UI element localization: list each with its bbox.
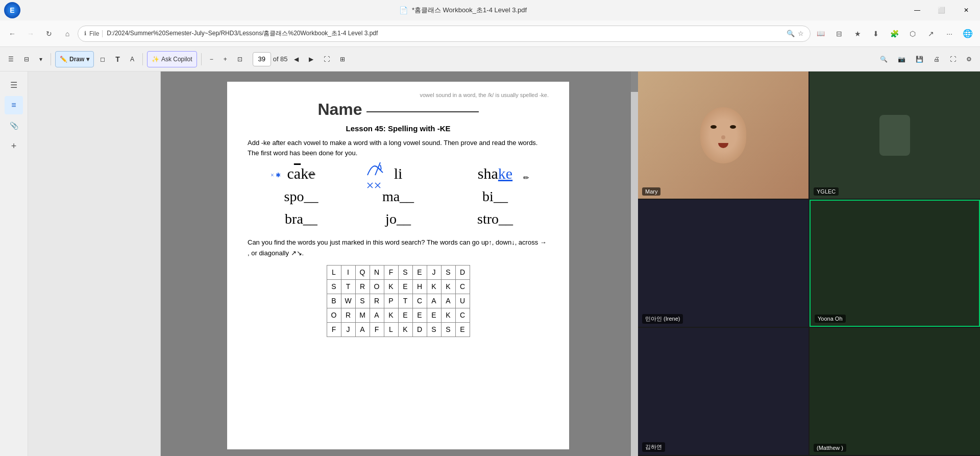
word-stroke-text: stro__ bbox=[477, 211, 513, 227]
word-spoke: spo__ bbox=[253, 188, 350, 205]
wordsearch-cell: C bbox=[455, 308, 470, 322]
wordsearch-cell: S bbox=[441, 322, 455, 337]
refresh-button[interactable]: ↻ bbox=[41, 26, 57, 42]
wordsearch-cell: B bbox=[327, 294, 341, 308]
wordsearch-cell: E bbox=[455, 322, 470, 337]
wordsearch-cell: R bbox=[370, 294, 384, 308]
wordsearch-cell: S bbox=[427, 322, 441, 337]
pdf-page: vowel sound in a word, the /k/ is usuall… bbox=[227, 82, 569, 449]
titlebar-center: 📄 *홈클래스 Workbook_초1-4 Level 3.pdf bbox=[399, 6, 527, 15]
mary-face bbox=[700, 107, 746, 163]
word-brake: bra__ bbox=[253, 211, 350, 227]
wordsearch-cell: C bbox=[412, 294, 427, 308]
info-icon: ℹ bbox=[84, 30, 86, 37]
thumbnails-button[interactable]: ⊟ bbox=[20, 51, 33, 67]
edge-icon[interactable]: 🌐 bbox=[960, 26, 976, 42]
settings-button[interactable]: ⚙ bbox=[962, 51, 976, 67]
video-kimhayeon: 김하연 bbox=[638, 328, 808, 455]
titlebar: E 📄 *홈클래스 Workbook_초1-4 Level 3.pdf — ⬜ … bbox=[0, 0, 980, 20]
toolbar-dropdown-button[interactable]: ▾ bbox=[35, 51, 46, 67]
word-shake-text: shake bbox=[478, 165, 512, 182]
wordsearch-cell: W bbox=[341, 294, 355, 308]
close-button[interactable]: ✕ bbox=[954, 0, 978, 20]
video-panel: Mary YGLEC 민아인 (Irene) Yoona Oh 김하연 (Mat… bbox=[638, 71, 980, 456]
word-joke-text: jo__ bbox=[385, 211, 411, 227]
more-tools-button[interactable]: ⛶ bbox=[946, 51, 960, 67]
share-button[interactable]: ↗ bbox=[923, 26, 939, 42]
minimize-button[interactable]: — bbox=[905, 0, 929, 20]
window-title: *홈클래스 Workbook_초1-4 Level 3.pdf bbox=[412, 6, 527, 15]
video-irene: 민아인 (Irene) bbox=[638, 200, 808, 327]
pdf-toolbar: ☰ ⊟ ▾ ✏️ Draw ▾ ◻ T A ✨ Ask Copilot − + … bbox=[0, 47, 980, 71]
wordsearch-cell: A bbox=[441, 294, 455, 308]
wordsearch-cell: E bbox=[398, 308, 412, 322]
sidebar-toggle-button[interactable]: ⊟ bbox=[831, 26, 847, 42]
scrollbar-thumb[interactable] bbox=[631, 71, 638, 92]
kimhayeon-name-badge: 김하연 bbox=[642, 442, 665, 452]
wordsearch-cell: H bbox=[412, 279, 427, 294]
wordsearch-cell: A bbox=[370, 308, 384, 322]
browser-action-button[interactable]: ⬡ bbox=[904, 26, 921, 42]
forward-button[interactable]: → bbox=[22, 26, 39, 42]
word-shake: shake ✏ bbox=[447, 165, 544, 182]
wordsearch-cell: E bbox=[412, 265, 427, 279]
address-text: D:/2024/Summer%20Semester-July~Sep/RHD3/… bbox=[107, 29, 783, 38]
next-page-button[interactable]: ▶ bbox=[305, 51, 317, 67]
wordsearch-cell: L bbox=[327, 265, 341, 279]
downloads-button[interactable]: ⬇ bbox=[868, 26, 884, 42]
mary-name-badge: Mary bbox=[642, 187, 660, 196]
prev-page-button[interactable]: ◀ bbox=[290, 51, 303, 67]
sidebar-bookmarks-button[interactable]: ≡ bbox=[5, 96, 23, 114]
wordsearch-cell: S bbox=[327, 279, 341, 294]
word-make-text: ma__ bbox=[382, 188, 414, 205]
name-row: Name bbox=[242, 100, 554, 119]
pdf-viewer[interactable]: vowel sound in a word, the /k/ is usuall… bbox=[161, 71, 635, 456]
zoom-in-button[interactable]: + bbox=[219, 51, 231, 67]
word-like: li bbox=[350, 165, 447, 182]
page-navigation: of 85 bbox=[253, 52, 288, 66]
page-number-input[interactable] bbox=[253, 52, 271, 66]
home-button[interactable]: ⌂ bbox=[59, 26, 76, 42]
addressbar: ← → ↻ ⌂ ℹ File D:/2024/Summer%20Semester… bbox=[0, 20, 980, 47]
sidebar-add-button[interactable]: + bbox=[5, 137, 23, 155]
snapshot-button[interactable]: 📷 bbox=[894, 51, 910, 67]
sidebar-left: ☰ ≡ 📎 + bbox=[0, 71, 28, 456]
copilot-button[interactable]: ✨ Ask Copilot bbox=[147, 51, 197, 67]
word-make: ma__ bbox=[350, 188, 447, 205]
words-grid: cake × ✱ li shake bbox=[242, 165, 554, 227]
wordsearch-cell: D bbox=[455, 265, 470, 279]
star-icon[interactable]: ☆ bbox=[798, 30, 804, 37]
erase-button[interactable]: ◻ bbox=[96, 51, 109, 67]
save-button[interactable]: 💾 bbox=[912, 51, 927, 67]
wordsearch-cell: T bbox=[398, 294, 412, 308]
zoom-out-button[interactable]: − bbox=[206, 51, 217, 67]
more-button[interactable]: ··· bbox=[941, 26, 958, 42]
extensions-button[interactable]: 🧩 bbox=[886, 26, 902, 42]
like-handwriting bbox=[365, 160, 396, 190]
text-button[interactable]: T bbox=[111, 51, 124, 67]
maximize-button[interactable]: ⬜ bbox=[930, 0, 953, 20]
draw-tool-button[interactable]: ✏️ Draw ▾ bbox=[55, 51, 94, 67]
spread-button[interactable]: ⊞ bbox=[336, 51, 349, 67]
word-spoke-text: spo__ bbox=[284, 188, 318, 205]
toggle-sidebar-button[interactable]: ☰ bbox=[4, 51, 18, 67]
word-bike: bi__ bbox=[447, 188, 544, 205]
sidebar-attachments-button[interactable]: 📎 bbox=[5, 116, 23, 135]
sidebar-thumbnails-button[interactable]: ☰ bbox=[5, 76, 23, 94]
favorites-button[interactable]: ★ bbox=[849, 26, 866, 42]
highlight-button[interactable]: A bbox=[126, 51, 138, 67]
wordsearch-cell: F bbox=[327, 322, 341, 337]
print-button[interactable]: 🖨 bbox=[929, 51, 944, 67]
pdf-icon: 📄 bbox=[399, 6, 408, 14]
reader-mode-button[interactable]: 📖 bbox=[813, 26, 829, 42]
back-button[interactable]: ← bbox=[4, 26, 20, 42]
pdf-scrollbar[interactable] bbox=[631, 71, 638, 456]
pencil-icon: ✏ bbox=[523, 172, 533, 182]
full-screen-button[interactable]: ⛶ bbox=[320, 51, 334, 67]
pdf-top-faint-text: vowel sound in a word, the /k/ is usuall… bbox=[242, 92, 554, 98]
fit-page-button[interactable]: ⊡ bbox=[233, 51, 247, 67]
app-logo: E bbox=[4, 2, 20, 18]
find-button[interactable]: 🔍 bbox=[876, 51, 892, 67]
titlebar-left: E bbox=[0, 2, 20, 18]
address-box[interactable]: ℹ File D:/2024/Summer%20Semester-July~Se… bbox=[78, 26, 811, 42]
